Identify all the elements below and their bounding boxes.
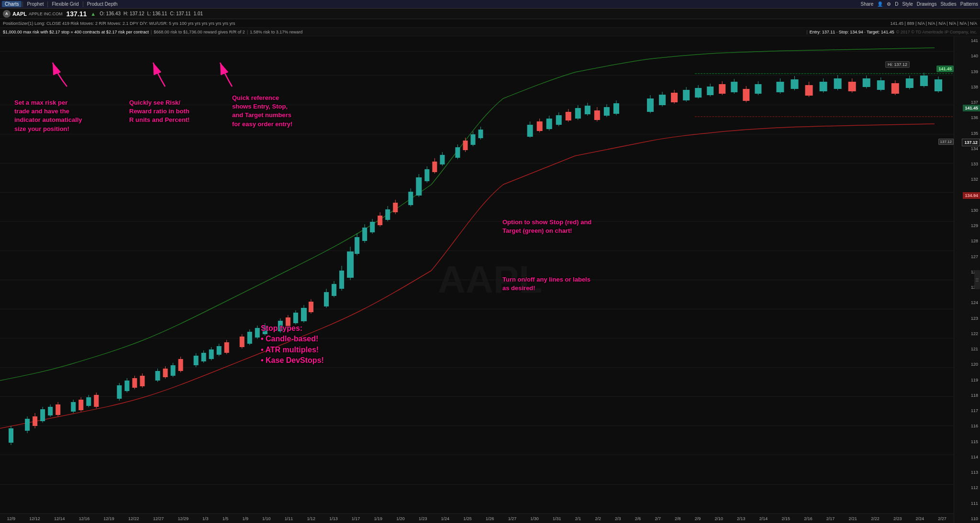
share-button[interactable]: Share — [861, 1, 874, 7]
symbol-company: APPLE INC.COM — [29, 11, 63, 16]
chart-area: AAPL — [0, 36, 980, 523]
separator-rr2: | — [247, 30, 248, 34]
price-115: 115 — [954, 439, 980, 444]
price-139: 139 — [954, 69, 980, 74]
price-117: 117 — [954, 408, 980, 413]
price-130: 130 — [954, 208, 980, 213]
price-118: 118 — [954, 393, 980, 398]
current-price-side-tag: 137.12 — [938, 139, 954, 145]
rr-bar: $1,000.00 max risk with $2.17 stop = 400… — [0, 28, 980, 36]
date-2-22: 2/22 — [871, 516, 880, 521]
price-132: 132 — [954, 177, 980, 182]
ohlc-data: O: 136.43 H: 137.12 L: 136.11 C: 137.11 … — [100, 11, 203, 16]
price-122: 122 — [954, 331, 980, 336]
candlestick-chart — [0, 36, 954, 523]
price-141: 141 — [954, 38, 980, 43]
price-112: 112 — [954, 485, 980, 490]
price-123: 123 — [954, 316, 980, 321]
timeframe-selector[interactable]: D — [895, 1, 898, 7]
studies-button[interactable]: Studies — [940, 1, 956, 7]
resize-handle[interactable] — [974, 270, 980, 289]
date-1-12: 1/12 — [307, 516, 315, 521]
hi-price-label: Hi: 137.12 — [885, 61, 910, 68]
date-2-3: 2/3 — [615, 516, 621, 521]
resize-grip — [976, 281, 979, 282]
date-12-16: 12/16 — [79, 516, 90, 521]
symbol-ticker[interactable]: AAPL — [12, 11, 27, 17]
menu-flexible-grid[interactable]: Flexible Grid — [49, 1, 81, 7]
copyright: © 2017 © TD Ameritrade IP Company, Inc. — [896, 30, 977, 34]
date-12-22: 12/22 — [128, 516, 139, 521]
price-137: 137 — [954, 100, 980, 105]
top-menu-bar: Charts Prophet Flexible Grid Product Dep… — [0, 0, 980, 9]
date-2-16: 2/16 — [804, 516, 813, 521]
stop-axis-tag: 134.94 — [963, 192, 980, 199]
price-110: 110 — [954, 516, 980, 521]
high-label: H: 137.12 — [123, 11, 144, 16]
style-selector[interactable]: Style — [902, 1, 913, 7]
settings-icon[interactable]: ⚙ — [887, 1, 891, 7]
date-1-30: 1/30 — [530, 516, 539, 521]
risk-percent-text: 1.58% risk to 3.17% reward — [250, 30, 302, 34]
date-2-9: 2/9 — [695, 516, 701, 521]
reward-text: $668.00 risk to $1,736.00 reward gives R… — [154, 30, 245, 34]
date-1-5: 1/5 — [223, 516, 229, 521]
resize-grip — [976, 278, 979, 279]
price-135: 135 — [954, 131, 980, 136]
separator-rr: | — [151, 30, 152, 34]
date-12-12: 12/12 — [29, 516, 40, 521]
symbol-bar: A AAPL APPLE INC.COM 137.11 ▲ O: 136.43 … — [0, 9, 980, 19]
price-128: 128 — [954, 239, 980, 243]
price-113: 113 — [954, 470, 980, 475]
date-12-9: 12/9 — [7, 516, 16, 521]
date-2-10: 2/10 — [714, 516, 723, 521]
price-136: 136 — [954, 115, 980, 120]
date-2-24: 2/24 — [916, 516, 924, 521]
date-2-8: 2/8 — [675, 516, 681, 521]
price-140: 140 — [954, 54, 980, 58]
separator2 — [47, 1, 48, 7]
price-124: 124 — [954, 300, 980, 305]
date-2-6: 2/6 — [635, 516, 641, 521]
date-1-13: 1/13 — [329, 516, 338, 521]
date-12-27: 12/27 — [153, 516, 164, 521]
date-1-9: 1/9 — [242, 516, 248, 521]
date-2-23: 2/23 — [893, 516, 902, 521]
menu-charts[interactable]: Charts — [2, 1, 22, 7]
current-price: 137.11 — [66, 10, 87, 18]
indicator-bar: PositionSizer(1) Long: CLOSE 419 Risk Mo… — [0, 19, 980, 28]
price-120: 120 — [954, 362, 980, 367]
date-2-14: 2/14 — [759, 516, 768, 521]
separator-rr3: | — [806, 30, 807, 34]
date-2-15: 2/15 — [781, 516, 790, 521]
menu-prophet[interactable]: Prophet — [24, 1, 46, 7]
price-134: 134 — [954, 146, 980, 151]
date-12-19: 12/19 — [103, 516, 114, 521]
date-12-14: 12/14 — [54, 516, 65, 521]
entry-stop-target: Entry: 137.11 · Stop: 134.94 · Target: 1… — [810, 30, 894, 34]
low-label: L: 136.11 — [147, 11, 167, 16]
indicator-values: 141.45 | 889 | N/A | N/A | N/A | N/A | N… — [891, 21, 977, 26]
menu-product-depth[interactable]: Product Depth — [84, 1, 121, 7]
date-1-27: 1/27 — [508, 516, 517, 521]
date-1-3: 1/3 — [202, 516, 209, 521]
price-change: ▲ — [90, 11, 96, 17]
date-1-24: 1/24 — [441, 516, 450, 521]
separator — [22, 1, 23, 7]
date-2-27: 2/27 — [938, 516, 947, 521]
price-133: 133 — [954, 162, 980, 166]
date-axis: 12/9 12/12 12/14 12/16 12/19 12/22 12/27… — [0, 513, 954, 523]
price-116: 116 — [954, 424, 980, 428]
date-1-19: 1/19 — [374, 516, 383, 521]
current-price-axis-tag: 137.12 — [962, 139, 980, 146]
user-icon[interactable]: 👤 — [877, 1, 883, 7]
price-114: 114 — [954, 455, 980, 459]
date-1-23: 1/23 — [419, 516, 427, 521]
date-1-25: 1/25 — [463, 516, 472, 521]
change-label: 1.01 — [194, 11, 203, 16]
open-label: O: 136.43 — [100, 11, 121, 16]
max-risk-text: $1,000.00 max risk with $2.17 stop = 400… — [3, 30, 149, 34]
patterns-button[interactable]: Patterns — [960, 1, 978, 7]
date-1-11: 1/11 — [285, 516, 293, 521]
drawings-button[interactable]: Drawings — [917, 1, 937, 7]
